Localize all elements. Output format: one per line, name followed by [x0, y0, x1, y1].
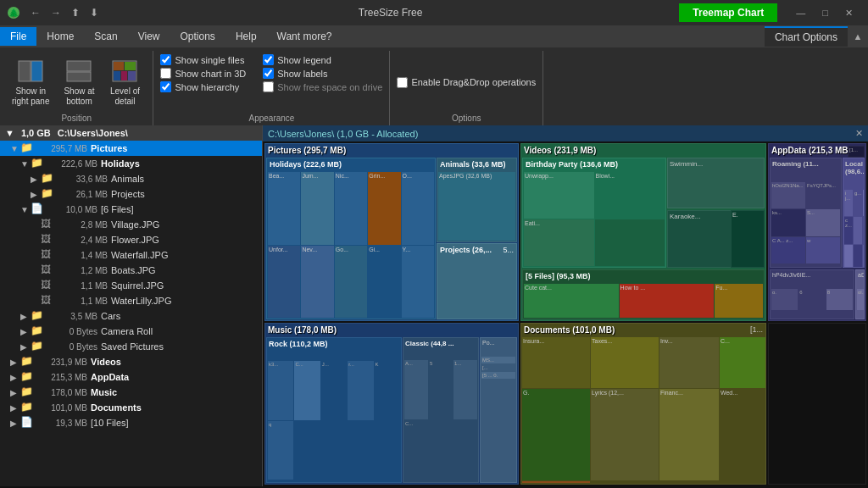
files5-block[interactable]: [5 Files] (95,3 MB) Cute cat... How to .…	[522, 269, 765, 319]
tm-cell[interactable]: r...	[348, 361, 373, 420]
show-bottom-button[interactable]: Show atbottom	[58, 54, 100, 110]
show-legend-row[interactable]: Show legend	[263, 54, 382, 65]
tm-cell[interactable]: 1...	[453, 360, 477, 419]
adtl-block[interactable]: aDtlQgKS... ol... q	[855, 269, 865, 319]
tm-cell[interactable]: Nic...	[335, 172, 367, 245]
tree-row[interactable]: ▶ 🖼 2,4 MB Flower.JPG	[0, 232, 262, 247]
treemap-close-icon[interactable]: ✕	[855, 128, 863, 139]
tm-cell[interactable]: Inv...	[659, 337, 719, 388]
tm-cell[interactable]	[863, 190, 865, 216]
tm-cell[interactable]: Go...	[335, 246, 367, 319]
tm-cell[interactable]: How to ...	[620, 284, 715, 318]
tm-cell[interactable]: C...	[404, 420, 428, 480]
tree-content[interactable]: ▼ 📁 295,7 MB Pictures ▼ 📁 222,6 MB Holid…	[0, 141, 262, 486]
tm-cell[interactable]	[844, 245, 853, 268]
tm-cell[interactable]: Insura...	[522, 337, 590, 388]
row-expand-icon[interactable]: ▶	[31, 190, 41, 199]
tm-cell[interactable]: g...	[854, 190, 862, 216]
tm-cell[interactable]: Blowi...	[595, 172, 665, 219]
local-block[interactable]: Local (98,6... i j... g... c z... q	[843, 158, 865, 268]
up-button[interactable]: ⬆	[68, 5, 83, 20]
tree-row[interactable]: ▶ 📁 101,0 MB Documents	[0, 400, 262, 415]
tree-row[interactable]: ▶ 📄 19,3 MB [10 Files]	[0, 415, 262, 430]
show-free-space-row[interactable]: Show free space on drive	[263, 81, 382, 92]
tm-cell[interactable]: Grin...	[368, 172, 400, 245]
show-hierarchy-checkbox[interactable]	[160, 81, 171, 92]
row-expand-icon[interactable]: ▼	[20, 205, 31, 214]
row-expand-icon[interactable]: ▶	[10, 419, 20, 428]
tm-cell[interactable]: ol...	[857, 289, 865, 310]
tm-cell[interactable]: c z...	[844, 217, 853, 243]
tm-cell[interactable]: Jum...	[301, 172, 333, 245]
tree-row[interactable]: ▶ 📁 231,9 MB Videos	[0, 354, 262, 369]
tm-cell[interactable]: Unfor...	[268, 246, 300, 319]
tm-cell[interactable]: Taxes...	[591, 337, 659, 388]
tree-row[interactable]: ▼ 📁 295,7 MB Pictures	[0, 141, 262, 156]
enable-dragdrop-checkbox[interactable]	[397, 77, 408, 88]
extra-block[interactable]: [1...	[848, 146, 865, 158]
tm-cell[interactable]: Gi...	[368, 246, 400, 319]
treemap-appdata-block[interactable]: AppData (215,3 MB) Roaming (11... hOoI2N…	[768, 143, 866, 321]
show-free-space-checkbox[interactable]	[263, 81, 274, 92]
row-expand-icon[interactable]: ▶	[31, 175, 41, 184]
row-expand-icon[interactable]: ▶	[20, 312, 31, 321]
swimming-block[interactable]: Swimmin...	[667, 158, 765, 208]
projects-block[interactable]: Projects (26,... 5...	[437, 243, 517, 319]
back-button[interactable]: ←	[27, 5, 44, 20]
tm-cell[interactable]: k3...	[268, 361, 293, 420]
tm-cell[interactable]: Unwrapp...	[524, 172, 594, 219]
rock-block[interactable]: Rock (110,2 MB) k3... C... J... r... K q	[266, 337, 402, 483]
tm-cell[interactable]: q	[268, 421, 293, 480]
tree-row[interactable]: ▶ 📁 0 Bytes Saved Pictures	[0, 339, 262, 354]
birthday-block[interactable]: Birthday Party (136,6 MB) Unwrapp... Blo…	[522, 158, 666, 268]
row-expand-icon[interactable]: ▼	[20, 159, 31, 169]
tm-cell[interactable]: [5 ... 0.	[481, 372, 515, 379]
tm-cell[interactable]: Nev...	[301, 246, 333, 319]
tm-cell[interactable]	[595, 219, 665, 266]
tm-cell[interactable]: K	[375, 361, 400, 420]
treemap-tab-title[interactable]: Treemap Chart	[679, 3, 777, 22]
show-hierarchy-row[interactable]: Show hierarchy	[160, 81, 246, 92]
tm-cell[interactable]: C...	[720, 337, 766, 388]
tm-cell[interactable]: J...	[321, 361, 347, 420]
tree-row[interactable]: 🖼 1,4 MB Waterfall.JPG	[0, 247, 262, 263]
treemap-pictures-block[interactable]: Pictures (295,7 MB) Holidays (222,6 MB) …	[264, 143, 519, 321]
menu-home[interactable]: Home	[36, 27, 84, 46]
tm-cell[interactable]: MS...	[481, 357, 515, 363]
menu-want-more[interactable]: Want more?	[267, 27, 342, 46]
tree-row[interactable]: 🖼 1,1 MB Squirrel.JPG	[0, 278, 262, 293]
treemap-documents-block[interactable]: Documents (101,0 MB) [1... Insura... Tax…	[520, 323, 766, 485]
tree-row[interactable]: ▶ 📁 0 Bytes Camera Roll	[0, 324, 262, 339]
tree-row[interactable]: ▼ 📁 222,6 MB Holidays	[0, 156, 262, 171]
show-chart-3d-row[interactable]: Show chart in 3D	[160, 68, 246, 79]
show-single-files-checkbox[interactable]	[160, 54, 171, 65]
treemap-music-block[interactable]: Music (178,0 MB) Rock (110,2 MB) k3... C…	[264, 323, 519, 485]
menu-scan[interactable]: Scan	[84, 27, 127, 46]
po-block[interactable]: Po... MS... [... [5 ... 0.	[480, 337, 517, 483]
row-expand-icon[interactable]: ▶	[10, 373, 20, 382]
menu-file[interactable]: File	[0, 27, 36, 46]
tm-cell[interactable]: C...	[294, 361, 320, 420]
tree-row[interactable]: ▶ 🖼 2,8 MB Village.JPG	[0, 217, 262, 232]
show-single-files-row[interactable]: Show single files	[160, 54, 246, 65]
level-of-detail-button[interactable]: Level ofdetail	[103, 54, 146, 110]
classic-block[interactable]: Classic (44,8 ... A... 5 1... C...	[403, 337, 479, 483]
menu-help[interactable]: Help	[225, 27, 267, 46]
expand-all-icon[interactable]: ▼	[5, 128, 14, 138]
tm-cell[interactable]	[522, 481, 590, 483]
forward-button[interactable]: →	[47, 5, 64, 20]
e-block[interactable]: E.	[731, 210, 765, 268]
tm-cell[interactable]: 5	[429, 360, 453, 419]
menu-view[interactable]: View	[128, 27, 170, 46]
show-labels-checkbox[interactable]	[263, 68, 274, 79]
menu-button[interactable]: ⬇	[86, 5, 102, 20]
tm-cell[interactable]: 6	[798, 289, 825, 310]
row-expand-icon[interactable]: ▶	[10, 358, 20, 367]
tree-row[interactable]: ▶ 📁 178,0 MB Music	[0, 385, 262, 400]
tm-cell[interactable]: A...	[404, 360, 428, 419]
tm-cell[interactable]: Wed...	[720, 389, 766, 480]
tm-cell[interactable]: w	[806, 237, 840, 263]
row-expand-icon[interactable]: ▼	[10, 144, 20, 153]
tm-cell[interactable]: [...	[481, 364, 515, 371]
show-right-pane-button[interactable]: Show inright pane	[7, 54, 54, 110]
